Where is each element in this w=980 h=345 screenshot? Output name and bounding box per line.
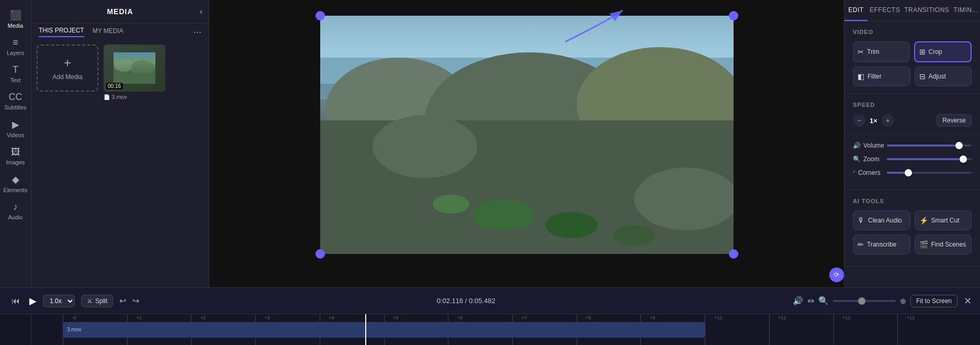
corners-label: ◜ Corners [853, 169, 882, 176]
thumbnail-duration: 00:16 [106, 83, 123, 90]
plus-icon: + [64, 55, 71, 70]
zoom-fill [887, 158, 963, 160]
trim-icon: ✂ [858, 48, 864, 56]
timeline-ruler[interactable]: -0 +1 +2 +3 +4 +5 +6 +7 +8 +9 +10 +11 +1… [63, 314, 980, 345]
zoom-thumb[interactable] [960, 155, 967, 163]
svg-point-10 [373, 115, 477, 178]
right-panel: EDIT EFFECTS TRANSITIONS TIMIN... VIDEO … [844, 0, 980, 287]
zoom-icon: 🔍 [853, 155, 861, 163]
split-button[interactable]: ⚔ Split [81, 295, 113, 307]
sidebar-item-videos[interactable]: ▶ Videos [0, 115, 31, 142]
left-sidebar: ⬛ Media ≡ Layers T Text CC Subtitles ▶ V… [0, 0, 31, 287]
adjust-button[interactable]: ⊟ Adjust [915, 66, 972, 86]
sliders-section: 🔊 Volume 🔍 Zoom [844, 135, 980, 191]
redo-button[interactable]: ↪ [132, 296, 139, 306]
zoom-in-icon[interactable]: ⊕ [900, 297, 906, 305]
sidebar-item-audio[interactable]: ♪ Audio [0, 197, 31, 225]
media-header: MEDIA ‹ [31, 0, 209, 24]
corners-thumb[interactable] [905, 169, 912, 176]
crop-handle-bottom-right[interactable] [729, 249, 738, 259]
video-frame [320, 16, 734, 254]
play-button[interactable]: ▶ [29, 295, 37, 307]
audio-icon: ♪ [13, 202, 18, 213]
clean-audio-label: Clean Audio [868, 217, 902, 224]
timeline-playhead[interactable] [365, 314, 366, 345]
svg-point-13 [472, 199, 535, 230]
zoom-slider[interactable] [887, 158, 972, 160]
volume-thumb[interactable] [955, 142, 963, 149]
zoom-slider-thumb[interactable] [858, 297, 865, 305]
smart-cut-label: Smart Cut [931, 217, 960, 224]
trim-button[interactable]: ✂ Trim [853, 41, 910, 62]
timeline-label-9: +9 [650, 315, 655, 320]
subtitles-icon: CC [9, 92, 22, 103]
sidebar-item-layers[interactable]: ≡ Layers [0, 33, 31, 60]
sidebar-item-text[interactable]: T Text [0, 60, 31, 87]
sidebar-item-media[interactable]: ⬛ Media [0, 5, 31, 33]
media-panel-title: MEDIA [107, 7, 133, 16]
ai-tools-label: AI TOOLS [853, 198, 972, 204]
layers-icon: ≡ [13, 37, 18, 48]
fit-screen-button[interactable]: Fit to Screen [910, 295, 958, 307]
zoom-out-icon[interactable]: 🔍 [818, 296, 829, 306]
sidebar-elements-label: Elements [4, 187, 28, 193]
speed-decrease-button[interactable]: − [853, 114, 865, 127]
media-thumbnail-1[interactable]: 00:16 [104, 44, 165, 92]
speed-increase-button[interactable]: + [882, 114, 894, 127]
transcribe-button[interactable]: ✏ Transcribe [853, 235, 910, 254]
split-label: Split [95, 297, 107, 305]
adjust-icon: ⊟ [919, 72, 926, 81]
tab-my-media[interactable]: MY MEDIA [93, 27, 123, 37]
tab-timing[interactable]: TIMIN... [951, 0, 980, 21]
videos-icon: ▶ [12, 119, 19, 130]
undo-button[interactable]: ↩ [119, 296, 126, 306]
filter-label: Filter [868, 73, 882, 80]
images-icon: 🖼 [11, 147, 20, 158]
tab-this-project[interactable]: THIS PROJECT [39, 27, 84, 37]
volume-slider[interactable] [887, 144, 972, 147]
corners-slider[interactable] [887, 172, 972, 174]
skip-to-start-button[interactable]: ⏮ [8, 296, 23, 306]
sidebar-subtitles-label: Subtitles [4, 104, 26, 110]
speed-select[interactable]: 1.0x 0.5x 1.5x 2.0x [43, 295, 75, 307]
tab-transitions[interactable]: TRANSITIONS [902, 0, 951, 21]
sidebar-item-elements[interactable]: ◆ Elements [0, 170, 31, 197]
add-media-button[interactable]: + Add Media [37, 44, 98, 92]
crop-icon: ⊞ [919, 48, 926, 56]
timeline-label-4: +4 [329, 315, 334, 320]
crop-handle-top-right[interactable] [729, 11, 738, 20]
time-display: 0:02.116 / 0:05.482 [437, 297, 495, 305]
speed-value: 1× [870, 117, 877, 125]
reverse-button[interactable]: Reverse [937, 114, 972, 127]
zoom-track[interactable] [833, 300, 896, 302]
tab-effects[interactable]: EFFECTS [868, 0, 902, 21]
timeline-clip[interactable]: 3.mov [63, 322, 705, 338]
svg-point-1 [115, 59, 133, 72]
timeline-label-13: +13 [907, 315, 915, 320]
video-play-indicator[interactable]: ⟳ [829, 268, 844, 282]
smart-cut-icon: ⚡ [919, 216, 928, 225]
crop-label: Crop [929, 48, 942, 55]
sidebar-item-subtitles[interactable]: CC Subtitles [0, 87, 31, 115]
timeline-sync-icon: ⇔ [807, 296, 814, 306]
crop-handle-bottom-left[interactable] [316, 249, 325, 259]
timeline-label-6: +6 [457, 315, 463, 320]
collapse-panel-button[interactable]: ‹ [200, 7, 202, 16]
crop-button[interactable]: ⊞ Crop [914, 41, 972, 62]
timeline-label-10: +10 [714, 315, 722, 320]
bottom-bar: ⏮ ▶ 1.0x 0.5x 1.5x 2.0x ⚔ Split ↩ ↪ 0:02… [0, 287, 980, 314]
media-more-button[interactable]: ··· [194, 27, 201, 37]
clean-audio-button[interactable]: 🎙 Clean Audio [853, 210, 910, 230]
tab-edit[interactable]: EDIT [844, 0, 868, 21]
find-scenes-button[interactable]: 🎬 Find Scenes [915, 235, 972, 254]
smart-cut-button[interactable]: ⚡ Smart Cut [915, 210, 972, 230]
zoom-row: 🔍 Zoom [853, 155, 972, 163]
crop-handle-top-left[interactable] [316, 11, 325, 20]
sidebar-item-images[interactable]: 🖼 Images [0, 142, 31, 170]
video-preview: ⟳ [209, 0, 844, 287]
ai-buttons-row1: 🎙 Clean Audio ⚡ Smart Cut [853, 210, 972, 230]
thumbnail-image [114, 52, 155, 84]
volume-row: 🔊 Volume [853, 142, 972, 149]
close-icon[interactable]: ✕ [964, 295, 972, 307]
filter-button[interactable]: ◧ Filter [853, 66, 910, 86]
